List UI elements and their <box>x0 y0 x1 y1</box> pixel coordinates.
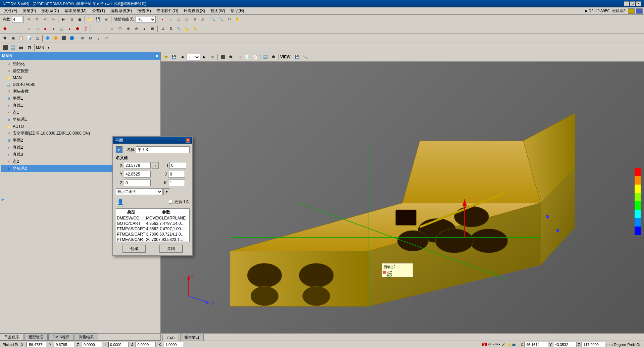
y-input[interactable] <box>124 171 151 178</box>
tb-btn-11[interactable]: ● <box>159 16 166 23</box>
tb2-btn-18[interactable]: ● <box>141 25 148 33</box>
view-save-btn[interactable]: 💾 <box>294 53 301 61</box>
tb2-btn-6[interactable]: ■ <box>42 25 49 33</box>
tb-zoom-in[interactable]: 🔍 <box>209 16 217 23</box>
tb2-btn-9[interactable]: ▲ <box>66 25 73 33</box>
probe-measure-icon[interactable]: 👤 <box>116 197 125 206</box>
tb2-btn-8[interactable]: △ <box>58 25 65 33</box>
tb-btn-6[interactable]: ⏸ <box>68 16 75 23</box>
report-tab[interactable]: 报告窗口 <box>180 334 204 341</box>
tree-item-safe-plane[interactable]: ⚙安全平面(ZDIR,10.0000,ZDIR,10.0000,ON) <box>1 130 160 137</box>
tb2-btn-21[interactable]: ⇅ <box>167 25 175 33</box>
tb2-btn-2[interactable]: ─ <box>9 25 17 33</box>
menu-measure[interactable]: 测量(P) <box>20 7 39 14</box>
method-dropdown-btn[interactable]: ▼ <box>163 188 170 195</box>
x-input[interactable] <box>124 162 151 169</box>
tb-btn-9[interactable]: 💾 <box>94 16 102 23</box>
tb3-btn-4[interactable]: 📊 <box>26 35 33 42</box>
i-input[interactable] <box>169 162 186 169</box>
tb3-btn-11[interactable]: ⊠ <box>87 35 94 42</box>
menu-env-settings[interactable]: 环境设置(S) <box>181 7 208 14</box>
tb2-btn-17[interactable]: ⊗ <box>133 25 140 33</box>
tb2-btn-24[interactable]: 📏 <box>191 25 199 33</box>
point-count-input[interactable] <box>12 16 22 23</box>
view-next-btn[interactable]: ▶ <box>201 53 208 61</box>
tb2-btn-19[interactable]: ⊞ <box>149 25 156 33</box>
view-content[interactable]: Z X 图纸位2 点2 线2 <box>161 62 644 341</box>
menu-view[interactable]: 视图(W) <box>208 7 228 14</box>
tb2-btn-22[interactable]: 🔧 <box>175 25 183 33</box>
view-prev-btn[interactable]: ◀ <box>179 53 186 61</box>
menu-tolerance[interactable]: 公差(T) <box>89 7 108 14</box>
tb2-btn-5[interactable]: □ <box>34 25 41 33</box>
menu-program[interactable]: 编程系统(E) <box>108 7 135 14</box>
tree-item-probe-params[interactable]: ⚙测头参数 <box>1 88 160 95</box>
menu-report[interactable]: 报告(R) <box>135 7 154 14</box>
view-btn-1[interactable]: ★ <box>162 53 170 61</box>
tb-btn-7[interactable]: ⏹ <box>76 16 83 23</box>
tb-rotate[interactable]: ↻ <box>226 16 233 23</box>
tb-pan[interactable]: ✋ <box>234 16 241 23</box>
view-page-select[interactable]: 1 <box>187 54 200 60</box>
menu-coord[interactable]: 坐标系(C) <box>39 7 62 14</box>
tb3-btn-5[interactable]: 🗂 <box>34 35 41 42</box>
view-mode-btn-5[interactable]: 📈 <box>251 53 259 61</box>
tb4-man-dropdown[interactable]: ▼ <box>45 44 52 51</box>
tb-btn-2[interactable]: ⚙ <box>33 16 41 23</box>
tb2-btn-11[interactable]: ❓ <box>82 25 89 33</box>
tb-btn-12[interactable]: ○ <box>167 16 174 23</box>
j-input[interactable] <box>168 171 185 178</box>
tree-item-clear-report[interactable]: ⚙清空报告 <box>1 67 160 74</box>
tree-item-man[interactable]: 📁MAN <box>1 74 160 81</box>
tb-btn-3[interactable]: ↩ <box>41 16 49 23</box>
view-mode-btn-1[interactable]: ⬛ <box>219 53 227 61</box>
tb-btn-8[interactable]: 📁 <box>86 16 94 23</box>
tree-item-coord1[interactable]: ⊕坐标系1 <box>1 116 160 123</box>
tb-btn-16[interactable]: ⚠ <box>199 16 206 23</box>
tb3-btn-13[interactable]: ⤢ <box>103 35 110 42</box>
tb3-btn-10[interactable]: ⊞ <box>79 35 86 42</box>
tb2-btn-3[interactable]: ⌒ <box>17 25 25 33</box>
tree-item-d2l40[interactable]: 🔬D2L40 A0B0 <box>1 81 160 88</box>
maximize-button[interactable]: □ <box>630 1 635 6</box>
tb2-btn-13[interactable]: ⌒ <box>100 25 108 33</box>
tb2-btn-15[interactable]: ⬠ <box>116 25 124 33</box>
tb-btn-10[interactable]: 🖨 <box>102 16 110 23</box>
method-select[interactable]: 最小二乘法 最小区域法 最大内切法 最小外接法 <box>116 188 163 195</box>
k-input[interactable] <box>168 180 185 186</box>
view-btn-2[interactable]: 💾 <box>170 53 178 61</box>
view-search-btn[interactable]: 🔍 <box>302 53 309 61</box>
tab-dmis-program[interactable]: DMIS程序 <box>48 334 74 340</box>
aux-function-select[interactable]: 无 <box>136 16 156 23</box>
name-input[interactable] <box>136 146 190 153</box>
view-mode-btn-4[interactable]: 📊 <box>243 53 251 61</box>
tree-header-close[interactable]: ✕ <box>155 54 158 58</box>
tb3-btn-6[interactable]: 🔷 <box>44 35 51 42</box>
tb3-btn-12[interactable]: ↕ <box>95 35 102 42</box>
tb3-btn-9[interactable]: 🔵 <box>68 35 76 42</box>
tb2-btn-12[interactable]: ─ <box>92 25 100 33</box>
tb-btn-15[interactable]: ⊕ <box>191 16 198 23</box>
tb2-btn-1[interactable]: ⬟ <box>1 25 9 33</box>
update-checkbox[interactable] <box>169 200 173 204</box>
dialog-close-button[interactable]: 关闭 <box>159 245 183 253</box>
view-mode-btn-6[interactable]: 🔤 <box>262 53 269 61</box>
tree-item-init[interactable]: ⚙初始化 <box>1 60 160 67</box>
tab-model-manage[interactable]: 模型管理 <box>24 334 48 340</box>
tb3-btn-8[interactable]: ⬛ <box>60 35 67 42</box>
tb4-btn-2[interactable]: 🔤 <box>9 44 17 51</box>
tab-node-program[interactable]: 节点程序 <box>0 334 23 340</box>
view-mode-btn-2[interactable]: ⬟ <box>227 53 235 61</box>
view-mode-btn-3[interactable]: ⊞ <box>235 53 243 61</box>
x-up-btn[interactable]: ↑ <box>152 162 159 169</box>
cad-tab[interactable]: CAD <box>162 335 179 341</box>
tab-measure-result[interactable]: 测量结果 <box>75 334 98 340</box>
menu-help[interactable]: 帮助(H) <box>228 7 247 14</box>
tb4-btn-4[interactable]: 🖼 <box>26 44 33 51</box>
tb-zoom-out[interactable]: 🔍 <box>217 16 225 23</box>
tb3-btn-3[interactable]: 📋 <box>17 35 25 42</box>
tb-btn-4[interactable]: ↪ <box>49 16 57 23</box>
tb3-btn-2[interactable]: ▣ <box>9 35 17 42</box>
tree-item-plane1[interactable]: ▩平面1 <box>1 95 160 102</box>
tb2-btn-23[interactable]: 📐 <box>183 25 191 33</box>
